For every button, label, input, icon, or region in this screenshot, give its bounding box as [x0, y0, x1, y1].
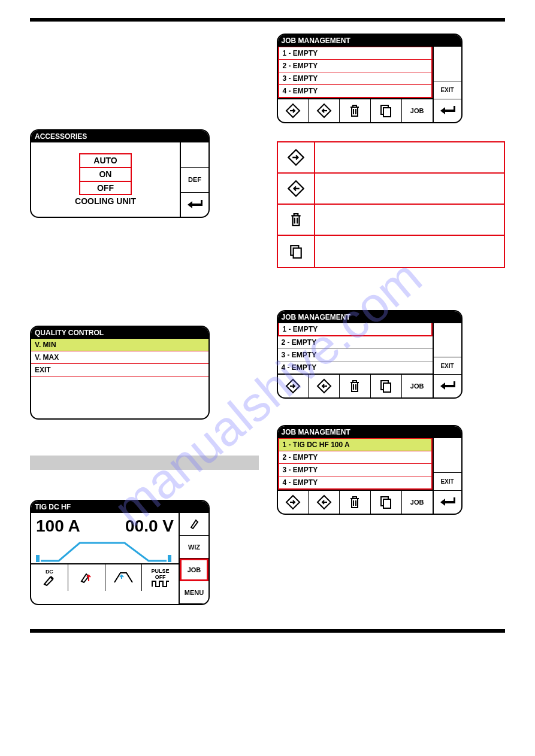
- tig-title: TIG DC HF: [31, 501, 208, 513]
- job3-row3[interactable]: 3 - EMPTY: [279, 463, 431, 476]
- copy-button[interactable]: [371, 375, 402, 397]
- pulse-button[interactable]: PULSE OFF: [142, 564, 179, 591]
- load-out-button[interactable]: [309, 491, 340, 514]
- torch-side-icon: [188, 518, 201, 531]
- pulse-label1: PULSE: [152, 568, 170, 574]
- job-label-button[interactable]: JOB: [402, 99, 433, 122]
- pulse-icon: [152, 580, 170, 587]
- slope-icon: [113, 570, 134, 585]
- back-button[interactable]: [181, 193, 208, 217]
- copy-icon: [379, 104, 392, 118]
- weld-curve-graph: [31, 539, 179, 563]
- copy-button[interactable]: [371, 99, 402, 122]
- top-rule: [30, 18, 505, 22]
- voltage-value: 00.0 V: [125, 517, 174, 536]
- back-icon: [439, 105, 456, 116]
- qc-vmax[interactable]: V. MAX: [31, 351, 208, 364]
- job1-row1[interactable]: 1 - EMPTY: [279, 47, 431, 59]
- legend-copy-desc: [315, 236, 504, 267]
- legend-load-icon-cell: [278, 174, 315, 204]
- legend-trash-icon-cell: [278, 205, 315, 235]
- option-auto[interactable]: AUTO: [79, 153, 131, 168]
- accessories-title: ACCESSORIES: [31, 130, 208, 142]
- option-on[interactable]: ON: [79, 168, 131, 182]
- trash-icon: [289, 211, 303, 228]
- job-label-button[interactable]: JOB: [402, 491, 433, 514]
- back-button[interactable]: [434, 491, 461, 514]
- delete-button[interactable]: [340, 375, 371, 397]
- exit-button[interactable]: EXIT: [434, 357, 461, 375]
- bottom-rule: [30, 629, 505, 633]
- arrow-out-icon: [316, 378, 332, 394]
- back-icon: [186, 199, 203, 210]
- amperage-value: 100 A: [36, 517, 80, 536]
- svg-rect-7: [383, 383, 391, 392]
- quality-control-panel: QUALITY CONTROL V. MIN V. MAX EXIT: [30, 326, 210, 420]
- job2-row1[interactable]: 1 - EMPTY: [279, 323, 431, 336]
- job2-row3[interactable]: 3 - EMPTY: [278, 349, 433, 362]
- tig-panel: TIG DC HF 100 A 00.0 V DC: [30, 500, 210, 605]
- job-button[interactable]: JOB: [180, 558, 208, 581]
- back-icon: [439, 381, 456, 391]
- save-in-button[interactable]: [278, 99, 309, 122]
- copy-button[interactable]: [371, 491, 402, 514]
- save-in-button[interactable]: [278, 375, 309, 397]
- qc-vmin[interactable]: V. MIN: [31, 339, 208, 351]
- copy-icon: [379, 379, 392, 393]
- arrow-in-icon: [287, 148, 305, 166]
- cooling-options: AUTO ON OFF: [79, 153, 131, 195]
- slope-button[interactable]: [105, 564, 143, 591]
- lift-arc-button[interactable]: [68, 564, 105, 591]
- job1-row4[interactable]: 4 - EMPTY: [279, 84, 431, 97]
- gray-separator: [30, 456, 259, 470]
- quality-title: QUALITY CONTROL: [31, 327, 208, 339]
- torch-side-button[interactable]: [180, 513, 208, 536]
- menu-button[interactable]: MENU: [180, 581, 208, 604]
- load-out-button[interactable]: [309, 99, 340, 122]
- legend-copy-icon-cell: [278, 236, 315, 267]
- blank-cell: [181, 142, 208, 168]
- back-button[interactable]: [434, 99, 461, 122]
- job3-row4[interactable]: 4 - EMPTY: [279, 476, 431, 488]
- save-in-button[interactable]: [278, 491, 309, 514]
- job1-row2[interactable]: 2 - EMPTY: [279, 59, 431, 72]
- job-management-panel-2: JOB MANAGEMENT 1 - EMPTY 2 - EMPTY 3 - E…: [277, 310, 463, 399]
- legend-save-desc: [315, 142, 504, 172]
- arrow-in-icon: [285, 494, 301, 510]
- back-button[interactable]: [434, 375, 461, 397]
- lift-arc-icon: [78, 570, 95, 585]
- job1-row3[interactable]: 3 - EMPTY: [279, 72, 431, 84]
- arrow-out-icon: [316, 103, 332, 119]
- trash-icon: [349, 495, 361, 509]
- arrow-out-icon: [316, 494, 332, 510]
- copy-icon: [379, 495, 392, 509]
- legend-trash-desc: [315, 205, 504, 235]
- qc-exit[interactable]: EXIT: [31, 364, 208, 377]
- delete-button[interactable]: [340, 491, 371, 514]
- cooling-unit-label: COOLING UNIT: [37, 196, 174, 206]
- wiz-button[interactable]: WIZ: [180, 536, 208, 558]
- job2-row4[interactable]: 4 - EMPTY: [278, 362, 433, 374]
- job2-title: JOB MANAGEMENT: [278, 311, 461, 323]
- load-out-button[interactable]: [309, 375, 340, 397]
- job3-title: JOB MANAGEMENT: [278, 426, 461, 438]
- exit-button[interactable]: EXIT: [434, 81, 461, 99]
- arrow-in-icon: [285, 103, 301, 119]
- job3-row1[interactable]: 1 - TIG DC HF 100 A: [279, 438, 431, 451]
- svg-rect-0: [36, 555, 40, 562]
- arrow-in-icon: [285, 378, 301, 394]
- copy-icon: [289, 243, 303, 260]
- pulse-label2: OFF: [155, 574, 166, 580]
- delete-button[interactable]: [340, 99, 371, 122]
- job3-row2[interactable]: 2 - EMPTY: [279, 451, 431, 463]
- option-off[interactable]: OFF: [79, 182, 131, 196]
- job2-row2[interactable]: 2 - EMPTY: [278, 336, 433, 349]
- dc-mode-button[interactable]: DC: [31, 564, 68, 591]
- exit-button[interactable]: EXIT: [434, 473, 461, 491]
- def-button[interactable]: DEF: [181, 168, 208, 193]
- arrow-out-icon: [287, 180, 305, 198]
- job-label-button[interactable]: JOB: [402, 375, 433, 397]
- job-management-panel-3: JOB MANAGEMENT 1 - TIG DC HF 100 A 2 - E…: [277, 425, 463, 515]
- legend-load-desc: [315, 174, 504, 204]
- job1-title: JOB MANAGEMENT: [278, 35, 461, 47]
